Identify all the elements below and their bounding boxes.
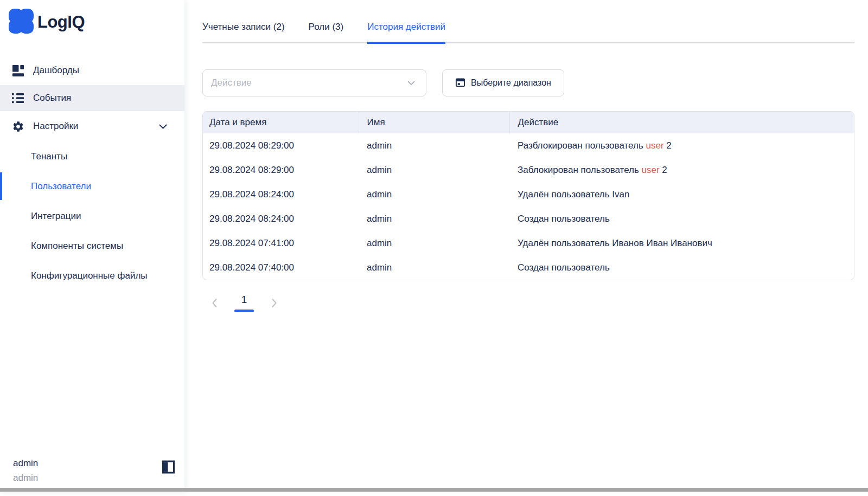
cell-datetime: 29.08.2024 08:24:00 — [203, 207, 359, 231]
app-logo: LogIQ — [9, 9, 85, 36]
sidebar-subitem-tenants[interactable]: Тенанты — [0, 141, 184, 171]
user-name: admin — [13, 458, 38, 469]
cell-name: admin — [359, 158, 509, 182]
cell-datetime: 29.08.2024 07:40:00 — [203, 255, 359, 280]
table-row[interactable]: 29.08.2024 07:41:00 admin Удалён пользов… — [203, 231, 854, 255]
chevron-down-icon — [159, 121, 167, 131]
cell-action: Заблокирован пользователь user 2 — [509, 158, 854, 182]
app-name: LogIQ — [37, 12, 85, 32]
tab-action-history[interactable]: История действий — [367, 16, 445, 44]
sidebar-subitem-label: Компоненты системы — [31, 241, 123, 252]
sidebar-subitem-label: Интеграции — [31, 211, 81, 222]
gear-icon — [11, 120, 24, 133]
sidebar-item-label: Дашборды — [33, 65, 79, 76]
date-range-button[interactable]: Выберите диапазон — [442, 69, 564, 96]
pagination-page-1[interactable]: 1 — [236, 294, 252, 312]
sidebar-nav: Дашборды События — [0, 56, 184, 291]
cell-action: Удалён пользователь Иванов Иван Иванович — [509, 231, 854, 255]
cell-name: admin — [359, 255, 509, 280]
cell-action: Разблокирован пользователь user 2 — [509, 133, 854, 158]
cell-name: admin — [359, 133, 509, 158]
cell-datetime: 29.08.2024 08:29:00 — [203, 133, 359, 158]
sidebar-collapse-icon — [162, 466, 175, 475]
cell-action: Создан пользователь — [509, 255, 854, 280]
table-row[interactable]: 29.08.2024 08:24:00 admin Создан пользов… — [203, 207, 854, 231]
column-header-name: Имя — [359, 112, 509, 133]
table-row[interactable]: 29.08.2024 08:29:00 admin Разблокирован … — [203, 133, 854, 158]
logo-clover-icon — [9, 9, 34, 36]
table-row[interactable]: 29.08.2024 08:24:00 admin Удалён пользов… — [203, 182, 854, 207]
user-role: admin — [13, 473, 38, 484]
sidebar-subitem-label: Пользователи — [31, 181, 91, 192]
sidebar-collapse-button[interactable] — [162, 460, 175, 476]
sidebar-item-events[interactable]: События — [0, 85, 184, 111]
sidebar-item-label: Настройки — [33, 121, 78, 132]
sidebar-subitem-label: Конфигурационные файлы — [31, 270, 148, 281]
sidebar-subitem-system-components[interactable]: Компоненты системы — [0, 231, 184, 261]
pagination: 1 — [206, 294, 282, 312]
sidebar-subitem-label: Тенанты — [31, 151, 67, 162]
tab-bar: Учетные записи (2) Роли (3) История дейс… — [202, 16, 854, 43]
sidebar-subitem-users[interactable]: Пользователи — [0, 171, 184, 201]
action-filter-select[interactable]: Действие — [202, 69, 426, 96]
cell-action: Удалён пользователь Ivan — [509, 182, 854, 207]
cell-datetime: 29.08.2024 08:29:00 — [203, 158, 359, 182]
list-icon — [11, 92, 24, 104]
horizontal-scrollbar[interactable] — [0, 488, 868, 492]
current-user-block: admin admin — [13, 458, 38, 484]
dashboard-icon — [11, 65, 24, 77]
cell-name: admin — [359, 231, 509, 255]
filters-row: Действие Выберите диапазон — [202, 69, 564, 96]
cell-datetime: 29.08.2024 07:41:00 — [203, 231, 359, 255]
history-table-body: 29.08.2024 08:29:00 admin Разблокирован … — [203, 133, 854, 280]
action-filter-placeholder: Действие — [211, 78, 407, 88]
table-row[interactable]: 29.08.2024 07:40:00 admin Создан пользов… — [203, 255, 854, 280]
sidebar-subitem-integrations[interactable]: Интеграции — [0, 201, 184, 231]
highlighted-user-token: user — [642, 165, 660, 175]
sidebar: LogIQ Дашборды — [0, 0, 184, 492]
date-range-button-label: Выберите диапазон — [471, 78, 551, 88]
cell-name: admin — [359, 182, 509, 207]
sidebar-item-settings[interactable]: Настройки — [0, 111, 184, 141]
pagination-next-button[interactable] — [266, 294, 282, 312]
tab-accounts[interactable]: Учетные записи (2) — [202, 16, 285, 44]
action-history-table: Дата и время Имя Действие 29.08.2024 08:… — [202, 111, 854, 280]
column-header-action: Действие — [509, 112, 854, 133]
tab-roles[interactable]: Роли (3) — [309, 16, 344, 44]
app-window: LogIQ Дашборды — [0, 0, 868, 496]
chevron-down-icon — [407, 78, 415, 88]
cell-datetime: 29.08.2024 08:24:00 — [203, 182, 359, 207]
cell-action: Создан пользователь — [509, 207, 854, 231]
highlighted-user-token: user — [646, 140, 663, 151]
cell-name: admin — [359, 207, 509, 231]
sidebar-item-dashboards[interactable]: Дашборды — [0, 56, 184, 85]
sidebar-subitem-config-files[interactable]: Конфигурационные файлы — [0, 261, 184, 291]
column-header-datetime: Дата и время — [203, 112, 359, 133]
table-header: Дата и время Имя Действие — [203, 112, 854, 133]
pagination-prev-button[interactable] — [206, 294, 222, 312]
calendar-icon — [455, 77, 465, 89]
sidebar-item-label: События — [33, 93, 71, 104]
main-content: Учетные записи (2) Роли (3) История дейс… — [184, 0, 868, 492]
table-row[interactable]: 29.08.2024 08:29:00 admin Заблокирован п… — [203, 158, 854, 182]
